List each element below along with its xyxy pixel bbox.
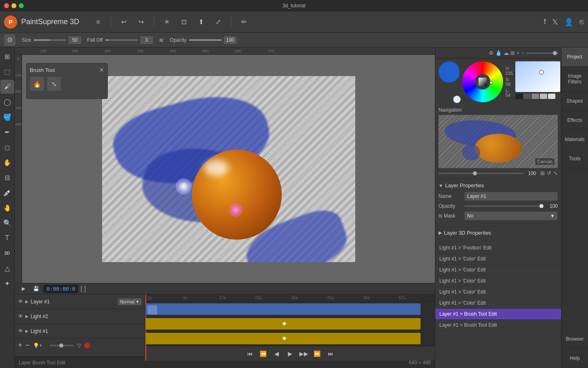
gradient-cursor[interactable] xyxy=(539,70,544,75)
tab-project[interactable]: Project xyxy=(561,47,588,67)
skip-end-button[interactable]: ⏭ xyxy=(325,348,336,359)
shape-tool[interactable]: △ xyxy=(0,261,14,275)
tab-materials[interactable]: Materials xyxy=(561,130,588,149)
swatch-black[interactable] xyxy=(515,94,523,99)
tab-effects[interactable]: Effects xyxy=(561,111,588,130)
history-item-1[interactable]: Light #1 > 'Color' Edit xyxy=(435,254,561,265)
history-item-0[interactable]: Light #1 > 'Position' Edit xyxy=(435,242,561,254)
timeline-toggle[interactable]: ▶ xyxy=(18,283,29,294)
undo-button[interactable]: ↩ xyxy=(117,16,130,29)
nav-fit-icon[interactable]: ⊞ xyxy=(540,170,545,176)
settings-icon[interactable]: ⚙ xyxy=(4,34,16,46)
track-visibility-layer1[interactable]: 👁 xyxy=(18,298,23,305)
cloud-icon[interactable]: ☁ xyxy=(503,50,509,56)
tab-help[interactable]: Help xyxy=(561,349,588,368)
track-header-light1[interactable]: 👁 ▶ Light #1 xyxy=(15,324,145,339)
prev-frame-button[interactable]: ⏪ xyxy=(258,348,269,359)
history-item-7[interactable]: Layer #1 > Brush Tool Edit xyxy=(435,320,561,331)
close-button[interactable] xyxy=(4,3,9,8)
track-visibility-light2[interactable]: 👁 xyxy=(18,313,23,319)
flip-button[interactable]: ⊡ xyxy=(177,16,190,29)
skip-start-button[interactable]: ⏮ xyxy=(244,348,256,359)
name-prop-input[interactable] xyxy=(464,192,558,201)
track-expand-light1[interactable]: ▶ xyxy=(25,329,29,333)
menu-button[interactable]: ≡ xyxy=(91,16,105,29)
color-wheel-container[interactable] xyxy=(462,61,503,102)
track-expand-light2[interactable]: ▶ xyxy=(25,314,29,319)
twitter-icon[interactable]: 𝕏 xyxy=(552,18,558,27)
grid-icon[interactable]: ⊞ xyxy=(510,50,515,56)
record-button[interactable] xyxy=(84,343,90,348)
color-wheel[interactable] xyxy=(462,61,503,102)
bracket-out[interactable]: ] xyxy=(84,285,86,292)
maximize-button[interactable] xyxy=(19,3,24,8)
nav-rotate-icon[interactable]: ↺ xyxy=(547,170,551,176)
fill-tool[interactable]: 🪣 xyxy=(0,110,14,124)
minimize-button[interactable] xyxy=(11,3,16,8)
3d-tool[interactable]: 3D xyxy=(0,246,14,260)
prev-button[interactable]: ◀ xyxy=(271,348,283,359)
water-icon[interactable]: 💧 xyxy=(495,50,502,56)
facebook-icon[interactable]: f xyxy=(544,18,546,26)
track-header-layer1[interactable]: 👁 ▶ Layer #1 Normal ▼ xyxy=(15,294,145,309)
history-item-5[interactable]: Light #1 > 'Color' Edit xyxy=(435,298,561,309)
nav-zoom-slider[interactable] xyxy=(439,173,524,174)
nav-expand-icon[interactable]: ⤡ xyxy=(553,170,558,176)
redo-button[interactable]: ↪ xyxy=(134,16,147,29)
secondary-color-swatch[interactable] xyxy=(452,95,461,104)
export-button[interactable]: ⬆ xyxy=(194,16,207,29)
next-frame-button[interactable]: ⏩ xyxy=(312,348,323,359)
swatch-white[interactable] xyxy=(548,94,555,99)
color-swatch-container[interactable] xyxy=(439,61,460,102)
brush-mode-expand[interactable]: ⤡ xyxy=(47,76,61,91)
window-controls[interactable] xyxy=(4,3,24,8)
history-item-2[interactable]: Light #1 > 'Color' Edit xyxy=(435,265,561,276)
nav-zoom-value[interactable]: 100 xyxy=(526,171,538,176)
add-light-button[interactable]: 💡+ xyxy=(33,343,42,348)
account-icon[interactable]: 👤 xyxy=(564,18,573,27)
minus-icon[interactable]: − xyxy=(521,50,524,56)
eyedropper-tool[interactable]: 💉 xyxy=(0,186,14,200)
plus-icon[interactable]: + xyxy=(517,50,520,56)
falloff-slider[interactable] xyxy=(105,39,138,41)
lightness-gradient[interactable] xyxy=(515,61,560,92)
brush-mode-paint[interactable]: 🔥 xyxy=(30,76,45,91)
smudge-tool[interactable]: ✋ xyxy=(0,155,14,169)
mask-select[interactable]: No ▼ xyxy=(464,211,558,220)
track-header-light2[interactable]: 👁 ▶ Light #2 xyxy=(15,309,145,324)
pen-tool[interactable]: ✒ xyxy=(0,125,14,139)
swatch-lgray[interactable] xyxy=(532,94,539,99)
history-item-3[interactable]: Light #1 > 'Color' Edit xyxy=(435,276,561,287)
opacity-slider[interactable] xyxy=(189,39,222,41)
tab-shapes[interactable]: Shapes xyxy=(561,92,588,111)
canvas-container[interactable]: Brush Tool ✕ 🔥 ⤡ xyxy=(22,55,435,283)
layer-props-header[interactable]: ▼ Layer Properties xyxy=(439,182,558,188)
bracket-in[interactable]: [ xyxy=(80,285,82,292)
brush-tool[interactable]: 🖌 xyxy=(0,80,14,94)
timecode[interactable]: 0:00:00:0 xyxy=(43,285,78,293)
text-tool[interactable]: T xyxy=(0,231,14,245)
panel-close-button[interactable]: ✕ xyxy=(99,67,104,73)
hand-tool[interactable]: 🤚 xyxy=(0,201,14,215)
remove-track-button[interactable]: − xyxy=(26,341,30,350)
tab-image-filters[interactable]: Image Filters xyxy=(561,67,588,92)
track-visibility-light1[interactable]: 👁 xyxy=(18,328,23,334)
primary-color-swatch[interactable] xyxy=(439,61,460,83)
opacity-prop-slider[interactable] xyxy=(464,205,543,207)
tab-tools[interactable]: Tools xyxy=(561,149,588,168)
timeline-save[interactable]: 💾 xyxy=(31,283,41,294)
size-slider[interactable] xyxy=(33,39,66,41)
track-zoom-slider[interactable] xyxy=(49,345,74,346)
zoom-tool[interactable]: 🔍 xyxy=(0,216,14,230)
exit-icon[interactable]: ⎋ xyxy=(579,18,584,26)
grid-tool[interactable]: ⊞ xyxy=(0,49,14,63)
effects-tool[interactable]: ✦ xyxy=(0,276,14,290)
settings-icon[interactable]: ⚙ xyxy=(489,50,494,56)
track-expand-layer1[interactable]: ▶ xyxy=(25,299,29,304)
gradient-picker[interactable] xyxy=(515,61,560,102)
color-button[interactable]: ✏ xyxy=(237,16,250,29)
transform-button[interactable]: ✳ xyxy=(160,16,173,29)
layer1-bar[interactable] xyxy=(145,303,421,315)
size-value[interactable]: 50 xyxy=(69,36,81,44)
history-item-6[interactable]: Layer #1 > Brush Tool Edit xyxy=(435,309,561,320)
